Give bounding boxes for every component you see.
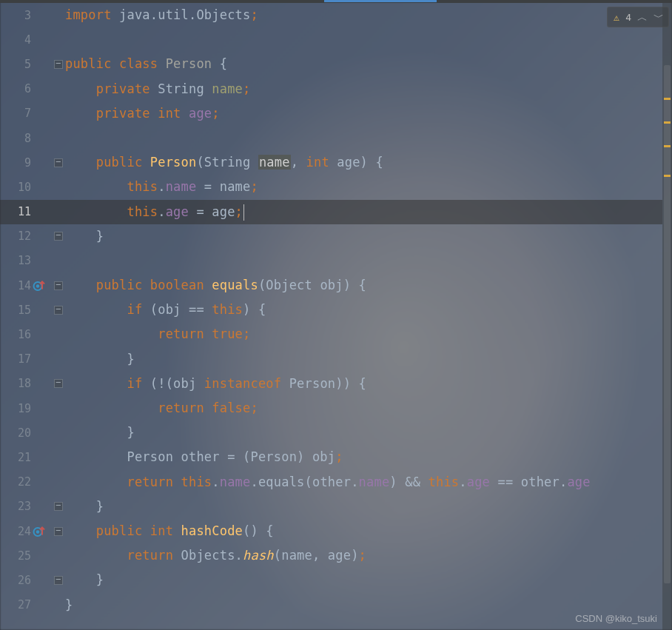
- code-line[interactable]: 6 private String name;: [0, 77, 662, 101]
- code-line[interactable]: 25 return Objects.hash(name, age);: [0, 543, 662, 568]
- code-line[interactable]: 10 this.name = name;: [0, 175, 662, 199]
- code-text[interactable]: }: [65, 347, 135, 372]
- code-line[interactable]: 20 }: [0, 420, 662, 445]
- gutter[interactable]: 5: [0, 58, 65, 71]
- gutter[interactable]: 6: [0, 82, 65, 95]
- code-line[interactable]: 14 public boolean equals(Object obj) {: [0, 273, 662, 298]
- code-line[interactable]: 15 if (obj == this) {: [0, 298, 662, 322]
- code-line[interactable]: 5public class Person {: [0, 52, 662, 76]
- line-number: 13: [0, 254, 31, 267]
- code-line[interactable]: 24 public int hashCode() {: [0, 519, 662, 543]
- code-line[interactable]: 26 }: [0, 568, 662, 592]
- gutter[interactable]: 17: [0, 352, 65, 366]
- code-line[interactable]: 4: [0, 27, 662, 52]
- chevron-down-icon[interactable]: ﹀: [653, 12, 664, 22]
- code-line[interactable]: 21 Person other = (Person) obj;: [0, 445, 662, 469]
- stripe-warning-mark[interactable]: [664, 98, 671, 100]
- code-text[interactable]: return false;: [65, 396, 258, 420]
- inspection-widget[interactable]: ⚠ 4 ︿ ﹀: [607, 7, 669, 27]
- gutter[interactable]: 7: [0, 107, 65, 120]
- code-text[interactable]: }: [65, 224, 104, 249]
- code-text[interactable]: return Objects.hash(name, age);: [65, 543, 366, 568]
- gutter[interactable]: 8: [0, 132, 65, 145]
- code-text[interactable]: public Person(String name, int age) {: [65, 150, 383, 175]
- code-text[interactable]: return this.name.equals(other.name) && t…: [65, 470, 591, 495]
- code-text[interactable]: import java.util.Objects;: [65, 3, 258, 27]
- code-text[interactable]: this.name = name;: [65, 175, 258, 199]
- gutter[interactable]: 25: [0, 549, 65, 563]
- code-line[interactable]: 9 public Person(String name, int age) {: [0, 150, 662, 175]
- code-line[interactable]: 8: [0, 126, 662, 150]
- code-text[interactable]: }: [65, 568, 104, 592]
- stripe-warning-mark[interactable]: [664, 175, 671, 177]
- code-line[interactable]: 22 return this.name.equals(other.name) &…: [0, 470, 662, 495]
- stripe-warning-mark[interactable]: [664, 121, 671, 124]
- code-text[interactable]: if (obj == this) {: [65, 298, 266, 322]
- code-line[interactable]: 13: [0, 249, 662, 273]
- error-stripe[interactable]: [662, 3, 672, 630]
- code-text[interactable]: return true;: [65, 322, 250, 346]
- gutter[interactable]: 22: [0, 475, 65, 489]
- line-number: 23: [0, 500, 31, 513]
- code-line[interactable]: 19 return false;: [0, 396, 662, 420]
- line-number: 9: [0, 156, 31, 170]
- line-number: 15: [0, 304, 31, 317]
- gutter[interactable]: 13: [0, 254, 65, 267]
- code-text[interactable]: if (!(obj instanceof Person)) {: [65, 372, 366, 396]
- code-line[interactable]: 12 }: [0, 224, 662, 249]
- gutter[interactable]: 20: [0, 426, 65, 440]
- fold-minus-icon[interactable]: [54, 379, 63, 388]
- gutter[interactable]: 4: [0, 33, 65, 47]
- gutter[interactable]: 21: [0, 451, 65, 464]
- gutter[interactable]: 14: [0, 279, 65, 292]
- code-line[interactable]: 17 }: [0, 347, 662, 372]
- code-text[interactable]: this.age = age;: [65, 200, 244, 224]
- fold-minus-icon[interactable]: [54, 60, 63, 69]
- gutter[interactable]: 26: [0, 574, 65, 587]
- code-text[interactable]: }: [65, 420, 135, 445]
- caret: [243, 204, 244, 221]
- code-text[interactable]: private String name;: [65, 77, 250, 101]
- scrollbar-thumb[interactable]: [664, 65, 671, 583]
- fold-minus-icon[interactable]: [54, 576, 63, 585]
- gutter[interactable]: 11: [0, 205, 65, 218]
- gutter[interactable]: 9: [0, 156, 65, 170]
- gutter[interactable]: 18: [0, 377, 65, 390]
- code-text[interactable]: }: [65, 593, 73, 617]
- code-line[interactable]: 16 return true;: [0, 322, 662, 346]
- gutter[interactable]: 16: [0, 328, 65, 341]
- fold-minus-icon[interactable]: [54, 158, 63, 167]
- gutter[interactable]: 12: [0, 229, 65, 243]
- gutter[interactable]: 15: [0, 304, 65, 317]
- code-text[interactable]: private int age;: [65, 101, 220, 126]
- stripe-warning-mark[interactable]: [664, 145, 671, 147]
- code-line[interactable]: 18 if (!(obj instanceof Person)) {: [0, 372, 662, 396]
- code-line[interactable]: 3import java.util.Objects;: [0, 3, 662, 27]
- chevron-up-icon[interactable]: ︿: [637, 12, 648, 22]
- gutter[interactable]: 3: [0, 9, 65, 22]
- code-editor[interactable]: 3import java.util.Objects;45public class…: [0, 3, 662, 630]
- code-line[interactable]: 11 this.age = age;: [0, 200, 662, 224]
- line-number: 6: [0, 82, 31, 95]
- fold-minus-icon[interactable]: [54, 232, 63, 241]
- code-text[interactable]: }: [65, 495, 104, 519]
- override-up-icon[interactable]: [33, 525, 45, 537]
- code-text[interactable]: Person other = (Person) obj;: [65, 445, 343, 469]
- override-up-icon[interactable]: [33, 279, 45, 292]
- line-number: 4: [0, 33, 31, 47]
- code-text[interactable]: public int hashCode() {: [65, 519, 274, 543]
- fold-minus-icon[interactable]: [54, 281, 63, 290]
- code-text[interactable]: public class Person {: [65, 52, 227, 76]
- code-text[interactable]: public boolean equals(Object obj) {: [65, 273, 366, 298]
- gutter[interactable]: 10: [0, 181, 65, 194]
- gutter[interactable]: 19: [0, 402, 65, 415]
- gutter[interactable]: 27: [0, 598, 65, 611]
- code-line[interactable]: 7 private int age;: [0, 101, 662, 126]
- code-line[interactable]: 23 }: [0, 495, 662, 519]
- code-line[interactable]: 27}: [0, 593, 662, 617]
- gutter[interactable]: 24: [0, 525, 65, 538]
- fold-minus-icon[interactable]: [54, 306, 63, 315]
- fold-minus-icon[interactable]: [54, 502, 63, 511]
- fold-minus-icon[interactable]: [54, 527, 63, 536]
- gutter[interactable]: 23: [0, 500, 65, 513]
